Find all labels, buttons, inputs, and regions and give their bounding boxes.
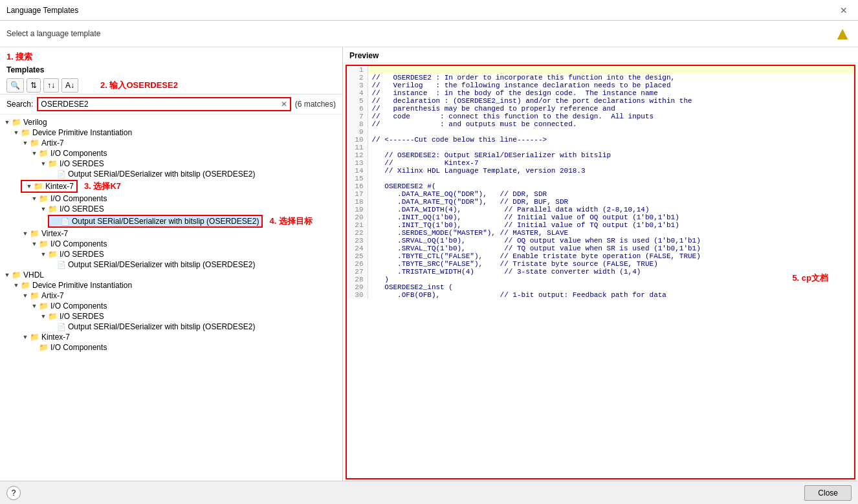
table-row: 21 .INIT_TQ(1'b0), // Initial value of T…	[347, 221, 854, 229]
folder-icon-vhdl-artix7-ios: 📁	[48, 312, 58, 321]
clear-search-button[interactable]: ✕	[278, 100, 290, 109]
line-number: 29	[347, 283, 368, 291]
chevron-verilog: ▼	[3, 119, 12, 126]
line-number: 17	[347, 190, 368, 198]
logo-icon: ▲	[833, 23, 852, 44]
tree-item-kintex7-ios[interactable]: ▼ 📁 I/O SERDES	[0, 204, 342, 214]
chevron-artix7-io: ▼	[30, 150, 39, 157]
tree-item-vhdl-kintex7-io[interactable]: 📁 I/O Components	[0, 342, 342, 353]
label-vhdl-artix7-io: I/O Components	[50, 301, 107, 311]
right-panel: Preview 12// OSERDESE2 : In order to inc…	[343, 47, 858, 481]
label-verilog: Verilog	[23, 118, 47, 127]
tree-item-virtex7-io[interactable]: ▼ 📁 I/O Components	[0, 239, 342, 249]
sort-asc-button[interactable]: ⇅	[27, 78, 41, 93]
line-number: 2	[347, 74, 368, 82]
tree-item-artix7-io[interactable]: ▼ 📁 I/O Components	[0, 148, 342, 159]
line-code: .SERDES_MODE("MASTER"), // MASTER, SLAVE	[368, 229, 854, 237]
table-row: 8// : and outputs must be connected.	[347, 120, 854, 128]
tree-item-artix7-oserdes[interactable]: 📄 Output SERial/DESerializer with bitsli…	[0, 169, 342, 179]
tree-item-kintex7-oserdes-box[interactable]: 📄 Output SERial/DESerializer with bitsli…	[48, 215, 263, 228]
search-toggle-button[interactable]: 🔍	[6, 78, 24, 93]
folder-icon-dpi: 📁	[21, 128, 30, 137]
tree-item-vhdl-artix7-oserdes[interactable]: 📄 Output SERial/DESerializer with bitsli…	[0, 322, 342, 332]
line-number: 10	[347, 136, 368, 144]
table-row: 27 .TRISTATE_WIDTH(4) // 3-state convert…	[347, 268, 854, 276]
tree-item-kintex7-row[interactable]: ▼ 📁 Kintex-7 3. 选择K7	[0, 180, 342, 193]
help-button[interactable]: ?	[6, 486, 21, 500]
chevron-vhdl-kintex7: ▼	[21, 334, 30, 340]
file-icon-vhdl-artix7-oserdes: 📄	[57, 323, 66, 331]
label-virtex7-oserdes: Output SERial/DESerializer with bitslip …	[68, 260, 255, 269]
tree-item-dpi[interactable]: ▼ 📁 Device Primitive Instantiation	[0, 127, 342, 138]
line-number: 8	[347, 120, 368, 128]
label-artix7-oserdes: Output SERial/DESerializer with bitslip …	[68, 170, 255, 179]
label-vhdl-artix7: Artix-7	[41, 291, 64, 300]
tree-item-virtex7[interactable]: ▼ 📁 Virtex-7	[0, 228, 342, 239]
main-content: 1. 搜索 Templates 🔍 ⇅ ↑↓ A↓ 2. 输入OSERDESE2…	[0, 47, 858, 481]
tree-item-vhdl-artix7[interactable]: ▼ 📁 Artix-7	[0, 290, 342, 301]
tree-item-artix7-ios[interactable]: ▼ 📁 I/O SERDES	[0, 159, 342, 169]
table-row: 10// <------Cut code below this line----…	[347, 136, 854, 144]
tree-item-kintex7-io[interactable]: ▼ 📁 I/O Components	[0, 193, 342, 204]
close-dialog-button[interactable]: Close	[804, 485, 852, 501]
folder-icon-kintex7: 📁	[34, 182, 43, 191]
label-vhdl: VHDL	[23, 270, 44, 279]
code-table: 12// OSERDESE2 : In order to incorporate…	[347, 66, 854, 299]
search-input-wrap: ✕	[37, 97, 291, 111]
title-bar: Language Templates ✕	[0, 0, 858, 21]
label-virtex7-ios: I/O SERDES	[60, 250, 104, 259]
chevron-kintex7-io: ▼	[30, 195, 39, 202]
line-code: .TBYTE_SRC("FALSE"), // Tristate byte so…	[368, 260, 854, 268]
tree-item-virtex7-ios[interactable]: ▼ 📁 I/O SERDES	[0, 249, 342, 259]
sort-alpha-button[interactable]: A↓	[61, 78, 78, 93]
line-code: // Xilinx HDL Language Template, version…	[368, 167, 854, 175]
annotation-step2: 2. 输入OSERDESE2	[100, 80, 178, 91]
table-row: 18 .DATA_RATE_TQ("DDR"), // DDR, BUF, SD…	[347, 198, 854, 206]
line-code: .DATA_WIDTH(4), // Parallel data width (…	[368, 206, 854, 214]
search-row: Search: ✕ (6 matches)	[0, 94, 342, 115]
table-row: 24 .SRVAL_TQ(1'b0), // TQ output value w…	[347, 245, 854, 252]
tree-item-vhdl[interactable]: ▼ 📁 VHDL	[0, 270, 342, 280]
tree-item-vhdl-artix7-ios[interactable]: ▼ 📁 I/O SERDES	[0, 311, 342, 322]
label-dpi: Device Primitive Instantiation	[32, 128, 132, 137]
window-close-button[interactable]: ✕	[836, 4, 852, 17]
label-vhdl-dpi: Device Primitive Instantiation	[32, 281, 132, 290]
folder-icon-virtex7-io: 📁	[39, 239, 49, 248]
label-artix7-ios: I/O SERDES	[60, 159, 104, 168]
line-number: 22	[347, 229, 368, 237]
line-number: 15	[347, 175, 368, 182]
tree-item-vhdl-artix7-io[interactable]: ▼ 📁 I/O Components	[0, 301, 342, 311]
table-row: 5// declaration : (OSERDESE2_inst) and/o…	[347, 97, 854, 105]
tree-item-kintex7-oserdes-row[interactable]: 📄 Output SERial/DESerializer with bitsli…	[0, 215, 342, 228]
sort-desc-button[interactable]: ↑↓	[43, 78, 59, 93]
tree-item-vhdl-dpi[interactable]: ▼ 📁 Device Primitive Instantiation	[0, 280, 342, 290]
chevron-vhdl: ▼	[3, 272, 12, 278]
line-number: 28	[347, 276, 368, 283]
line-code: // declaration : (OSERDESE2_inst) and/or…	[368, 97, 854, 105]
chevron-virtex7-io: ▼	[30, 241, 39, 247]
line-code: // Verilog : the following instance decl…	[368, 82, 854, 89]
line-code: .DATA_RATE_TQ("DDR"), // DDR, BUF, SDR	[368, 198, 854, 206]
tree-item-vhdl-kintex7[interactable]: ▼ 📁 Kintex-7	[0, 332, 342, 342]
chevron-vhdl-dpi: ▼	[12, 282, 21, 289]
chevron-artix7-ios: ▼	[39, 160, 48, 167]
line-code	[368, 66, 854, 74]
tree-item-verilog[interactable]: ▼ 📁 Verilog	[0, 117, 342, 127]
table-row: 28 )	[347, 276, 854, 283]
line-code: // instance : in the body of the design …	[368, 89, 854, 97]
line-number: 26	[347, 260, 368, 268]
tree-item-virtex7-oserdes[interactable]: 📄 Output SERial/DESerializer with bitsli…	[0, 259, 342, 270]
table-row: 30 .OFB(OFB), // 1-bit output: Feedback …	[347, 291, 854, 299]
tree-area[interactable]: ▼ 📁 Verilog ▼ 📁 Device Primitive Instant…	[0, 115, 342, 481]
search-input[interactable]	[38, 99, 278, 109]
tree-item-artix7[interactable]: ▼ 📁 Artix-7	[0, 138, 342, 148]
preview-area[interactable]: 12// OSERDESE2 : In order to incorporate…	[346, 65, 855, 479]
chevron-vhdl-artix7-ios: ▼	[39, 313, 48, 320]
table-row: 1	[347, 66, 854, 74]
folder-icon-vhdl-kintex7: 📁	[30, 333, 39, 342]
templates-label: Templates	[0, 64, 342, 77]
table-row: 14 // Xilinx HDL Language Template, vers…	[347, 167, 854, 175]
folder-icon-vhdl-artix7-io: 📁	[39, 301, 49, 311]
label-artix7-io: I/O Components	[50, 149, 107, 158]
tree-item-kintex7-box[interactable]: ▼ 📁 Kintex-7	[21, 180, 78, 193]
